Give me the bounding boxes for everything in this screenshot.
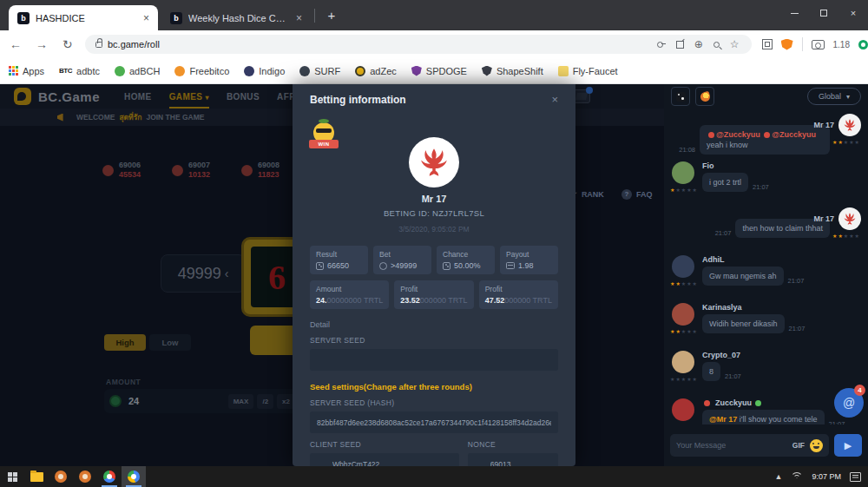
lock-icon <box>95 42 102 48</box>
tab-close-icon[interactable]: × <box>296 12 302 24</box>
reload-button[interactable]: ↻ <box>57 37 78 51</box>
gif-button[interactable]: GIF <box>792 441 805 450</box>
back-button[interactable]: ← <box>5 37 26 51</box>
user-avatar[interactable] <box>672 161 694 184</box>
modal-title: Betting information <box>310 94 406 106</box>
mention[interactable]: @Zucckyuu <box>716 130 760 139</box>
mention[interactable]: @Mr 17 <box>709 415 737 424</box>
sprout-icon <box>755 400 761 406</box>
close-icon[interactable]: × <box>551 93 558 106</box>
wifi-icon[interactable] <box>791 472 803 482</box>
btc-text-icon: BTC <box>59 67 72 75</box>
fireball-emoji-button[interactable] <box>695 87 714 106</box>
minimize-button[interactable] <box>779 0 809 26</box>
message-username[interactable]: Mr 17 <box>813 214 834 223</box>
screen: b HASHDICE × b Weekly Hash Dice Challeng… <box>0 0 868 487</box>
tab-favicon: b <box>17 12 30 24</box>
user-avatar[interactable] <box>838 207 861 230</box>
zoom-search-icon[interactable] <box>713 42 720 48</box>
message-time: 21:07 <box>753 183 769 192</box>
user-avatar[interactable] <box>672 303 694 326</box>
extensions-area: 1.18 <box>762 37 868 51</box>
bookmark-surf[interactable]: SURF <box>299 66 340 76</box>
tab-close-icon[interactable]: × <box>143 12 149 24</box>
new-tab-button[interactable]: + <box>323 7 340 24</box>
chat-message: Mr 17 ★★★★★ 21:08 @Zucckyuu @Zucckyuu ye… <box>669 114 863 154</box>
bookmark-adbch[interactable]: adBCH <box>115 66 160 76</box>
chat-message-input[interactable] <box>676 441 787 450</box>
message-username[interactable]: Mr 17 <box>813 121 834 129</box>
close-window-button[interactable]: × <box>838 0 868 26</box>
faq-button[interactable]: ?FAQ <box>621 189 653 200</box>
start-button[interactable] <box>0 466 24 487</box>
mentions-button[interactable]: @ 4 <box>834 388 864 418</box>
win-emoji-badge: WIN <box>311 122 337 148</box>
user-avatar[interactable] <box>838 114 861 136</box>
metamask-icon[interactable] <box>781 39 793 50</box>
bookmark-freebitco[interactable]: Freebitco <box>174 66 229 76</box>
server-seed-hash-input[interactable] <box>310 411 558 433</box>
chevron-down-icon: ▾ <box>846 93 850 101</box>
surf-icon <box>299 66 310 76</box>
green-extension-icon[interactable] <box>858 40 868 49</box>
message-username[interactable]: Zucckyuu <box>715 398 752 407</box>
active-window-icon[interactable] <box>122 466 146 487</box>
rating-stars: ★★★★★ <box>670 187 698 193</box>
bookmark-indigo[interactable]: Indigo <box>244 66 285 76</box>
forward-button[interactable]: → <box>31 37 52 51</box>
coin-icon <box>379 262 387 270</box>
bookmark-flyfaucet[interactable]: Fly-Faucet <box>558 66 618 76</box>
user-avatar[interactable] <box>672 351 694 373</box>
clock[interactable]: 9:07 PM <box>812 472 841 481</box>
client-seed-label: CLIENT SEED <box>310 440 459 449</box>
bookmark-adbtc[interactable]: BTC adbtc <box>59 66 100 76</box>
address-bar[interactable]: bc.game/roll ⊕ ☆ <box>85 35 752 54</box>
password-key-icon[interactable] <box>657 40 666 49</box>
cube-extension-icon[interactable] <box>762 39 773 49</box>
message-time: 21:07 <box>789 325 806 333</box>
bet-amounts: Amount 24.00000000 TRTL Profit 23.520000… <box>310 280 558 309</box>
bookmark-apps[interactable]: Apps <box>9 66 44 76</box>
bookmark-adzec[interactable]: adZec <box>355 66 397 76</box>
action-center-icon[interactable] <box>850 472 861 482</box>
dice-emoji-button[interactable] <box>671 87 690 106</box>
player-avatar[interactable] <box>409 137 459 188</box>
user-avatar[interactable] <box>672 398 694 421</box>
message-bubble: 8 <box>702 362 720 381</box>
add-circle-icon[interactable]: ⊕ <box>694 39 703 49</box>
emoji-picker-button[interactable] <box>810 439 823 452</box>
bookmark-shapeshift[interactable]: ShapeShift <box>482 66 543 76</box>
tab-weekly-challenge[interactable]: b Weekly Hash Dice Challenge - Se × <box>161 5 311 30</box>
message-time: 21:07 <box>788 277 805 286</box>
message-username[interactable]: Karinaslya <box>702 303 742 312</box>
message-username[interactable]: AdhiL <box>702 255 725 264</box>
message-username[interactable]: Crypto_07 <box>702 351 740 359</box>
tray-expand-icon[interactable]: ▲ <box>775 472 783 481</box>
app-icon[interactable] <box>73 466 97 487</box>
app-icon[interactable] <box>49 466 73 487</box>
message-username[interactable]: Fio <box>702 161 714 170</box>
tab-hashdice[interactable]: b HASHDICE × <box>9 5 158 30</box>
red-emoji-icon <box>708 132 714 138</box>
user-avatar[interactable] <box>672 255 694 278</box>
dice-icon <box>443 262 450 270</box>
send-button[interactable]: ▶ <box>834 434 862 457</box>
seed-settings-heading: Seed settings(Change after three rounds) <box>310 382 558 392</box>
bet-stats: Result 66650 Bet >49999 Chance 50.00% Pa… <box>310 246 558 274</box>
mention[interactable]: @Zucckyuu <box>772 130 816 139</box>
channel-select[interactable]: Global▾ <box>807 88 861 105</box>
bookmark-spdoge[interactable]: SPDOGE <box>411 66 467 76</box>
camera-extension-icon[interactable] <box>812 40 825 49</box>
tab-favicon: b <box>170 12 182 24</box>
file-explorer-icon[interactable] <box>24 466 49 487</box>
chrome-taskbar-icon[interactable] <box>97 466 122 487</box>
chat-header: Global▾ <box>664 84 868 109</box>
red-emoji-icon <box>704 400 710 406</box>
message-bubble: @Mr 17 i'll show you come tele <box>702 410 825 424</box>
message-time: 21:07 <box>715 229 732 238</box>
maximize-button[interactable] <box>809 0 838 26</box>
server-seed-input[interactable] <box>310 349 558 371</box>
share-icon[interactable] <box>676 41 684 49</box>
bookmark-star-icon[interactable]: ☆ <box>730 39 740 49</box>
adzec-icon <box>355 66 365 76</box>
